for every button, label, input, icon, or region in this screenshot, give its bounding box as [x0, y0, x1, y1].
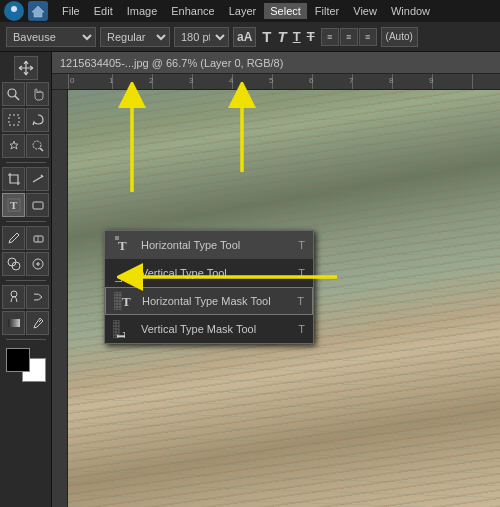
menu-file[interactable]: File — [56, 3, 86, 19]
main-area: T — [0, 52, 500, 507]
menu-enhance[interactable]: Enhance — [165, 3, 220, 19]
marquee-tool[interactable] — [2, 108, 25, 132]
svg-text:T: T — [10, 199, 18, 211]
sep2 — [6, 221, 46, 222]
align-center-btn[interactable]: ≡ — [340, 28, 358, 46]
text-style-btns: T T T T — [260, 28, 316, 45]
crop-tool[interactable] — [2, 167, 25, 191]
gradient-pair — [2, 311, 49, 335]
font-select[interactable]: Baveuse — [6, 27, 96, 47]
svg-rect-19 — [8, 319, 20, 327]
eraser-tool[interactable] — [26, 226, 49, 250]
menubar: File Edit Image Enhance Layer Select Fil… — [0, 0, 500, 22]
dodge-tool[interactable] — [2, 285, 25, 309]
sep4 — [6, 339, 46, 340]
ruler-v-label-2: 2 — [52, 180, 53, 184]
dropdown-item-label: Horizontal Type Tool — [141, 239, 290, 251]
align-btns: ≡ ≡ ≡ — [321, 28, 377, 46]
type-pair: T — [2, 193, 49, 217]
svg-line-4 — [15, 96, 19, 100]
ruler-tick — [68, 74, 69, 89]
menu-filter[interactable]: Filter — [309, 3, 345, 19]
zoom-tool[interactable] — [2, 82, 25, 106]
zoom-hand-pair — [2, 82, 49, 106]
ruler-v-label-5: 5 — [52, 300, 53, 304]
svg-line-7 — [40, 148, 43, 151]
arrow-size-indicator — [212, 82, 272, 182]
ruler-vertical: 0 1 2 3 4 5 6 7 — [52, 90, 68, 507]
ruler-label-6: 6 — [309, 76, 313, 85]
app-logo — [4, 1, 24, 21]
align-right-btn[interactable]: ≡ — [359, 28, 377, 46]
style-select[interactable]: Regular — [100, 27, 170, 47]
sep3 — [6, 280, 46, 281]
type-tool[interactable]: T — [2, 193, 25, 217]
clone-pair — [2, 252, 49, 276]
color-swatches[interactable] — [6, 348, 46, 382]
dropdown-item-horizontal-type[interactable]: T Horizontal Type Tool T — [105, 231, 313, 259]
text-style-t3[interactable]: T — [291, 28, 303, 45]
menu-layer[interactable]: Layer — [223, 3, 263, 19]
ruler-label-8: 8 — [389, 76, 393, 85]
options-bar: Baveuse Regular 180 pt aA T T T T ≡ ≡ ≡ … — [0, 22, 500, 52]
eyedropper-tool[interactable] — [26, 311, 49, 335]
app-icons — [4, 1, 48, 21]
svg-rect-13 — [34, 236, 43, 242]
align-left-btn[interactable]: ≡ — [321, 28, 339, 46]
ruler-v-label-1: 1 — [52, 140, 53, 144]
text-style-t1[interactable]: T — [260, 28, 273, 45]
gradient-tool[interactable] — [2, 311, 25, 335]
svg-text:T: T — [118, 238, 127, 253]
menu-image[interactable]: Image — [121, 3, 164, 19]
crop-pair — [2, 167, 49, 191]
dropdown-item-vertical-mask[interactable]: T Vertical Type Mask Tool T — [105, 315, 313, 343]
ruler-v-label-4: 4 — [52, 260, 53, 264]
move-tool[interactable] — [14, 56, 38, 80]
ruler-v-label-6: 6 — [52, 340, 53, 344]
svg-text:T: T — [114, 332, 129, 338]
ruler-label-9: 9 — [429, 76, 433, 85]
ruler-v-label-7: 7 — [52, 380, 53, 384]
menu-select[interactable]: Select — [264, 3, 307, 19]
svg-point-6 — [33, 141, 41, 149]
dropdown-item-shortcut: T — [298, 239, 305, 251]
home-icon[interactable] — [28, 1, 48, 21]
straighten-tool[interactable] — [26, 167, 49, 191]
arrow-mask-tool-indicator — [117, 257, 347, 297]
dropdown-item-shortcut: T — [298, 323, 305, 335]
clone-tool[interactable] — [2, 252, 25, 276]
canvas-area: 1215634405-...jpg @ 66.7% (Layer 0, RGB/… — [52, 52, 500, 507]
canvas-title: 1215634405-...jpg @ 66.7% (Layer 0, RGB/… — [52, 52, 500, 74]
ruler-tick — [472, 74, 473, 89]
menu-edit[interactable]: Edit — [88, 3, 119, 19]
svg-point-3 — [8, 89, 16, 97]
magic-wand-tool[interactable] — [2, 134, 25, 158]
svg-rect-5 — [9, 115, 19, 125]
ruler-v-label-0: 0 — [52, 100, 53, 104]
hand-tool[interactable] — [26, 82, 49, 106]
svg-line-8 — [33, 176, 43, 182]
menu-window[interactable]: Window — [385, 3, 436, 19]
dropdown-item-label: Vertical Type Mask Tool — [141, 323, 290, 335]
dodge-pair — [2, 285, 49, 309]
svg-point-1 — [11, 6, 17, 12]
canvas-title-text: 1215634405-...jpg @ 66.7% (Layer 0, RGB/… — [60, 57, 283, 69]
ruler-label-7: 7 — [349, 76, 353, 85]
size-select[interactable]: 180 pt — [174, 27, 229, 47]
foreground-color[interactable] — [6, 348, 30, 372]
text-style-t2[interactable]: T — [276, 28, 289, 45]
heal-tool[interactable] — [26, 252, 49, 276]
dropdown-item-icon: T — [113, 235, 133, 255]
smudge-tool[interactable] — [26, 285, 49, 309]
lasso-tool[interactable] — [26, 108, 49, 132]
brush-tool[interactable] — [2, 226, 25, 250]
text-style-t4[interactable]: T — [305, 28, 317, 45]
menu-view[interactable]: View — [347, 3, 383, 19]
paint-pair — [2, 226, 49, 250]
anti-alias-btn[interactable]: aA — [233, 27, 256, 47]
dropdown-item-icon: T — [113, 319, 133, 339]
quick-select-tool[interactable] — [26, 134, 49, 158]
select-pair — [2, 108, 49, 132]
arrow-font-indicator — [102, 82, 162, 202]
shape-tool[interactable] — [26, 193, 49, 217]
